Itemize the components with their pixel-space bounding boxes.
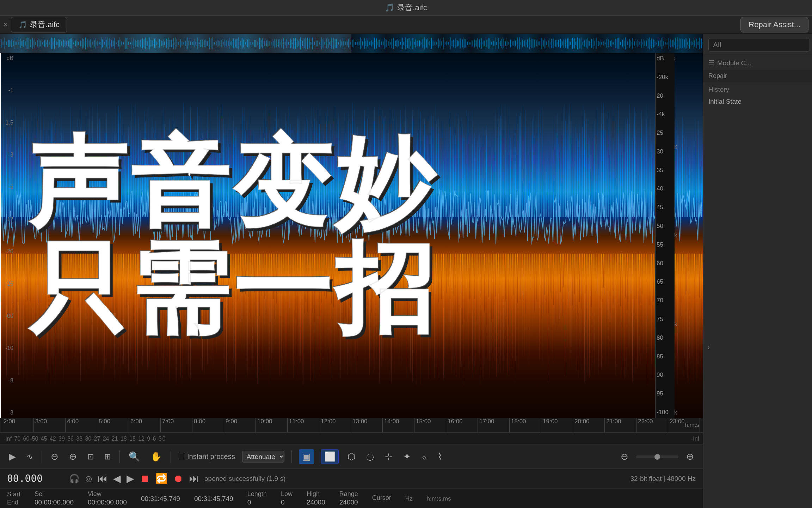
meter-val: -39: [57, 436, 65, 442]
skip-btn[interactable]: ⏭: [189, 473, 199, 484]
view-time-group: View 00:00:00.000: [88, 490, 127, 506]
module-header-text: Module C...: [717, 59, 751, 67]
meter-val: -45: [39, 436, 47, 442]
tab-close-btn[interactable]: ×: [4, 20, 8, 29]
history-title: History: [708, 86, 807, 93]
timeline-mark: 16:00: [446, 418, 478, 432]
view-end2-group: 00:31:45.749: [194, 494, 233, 503]
timeline-mark: 24:00: [700, 418, 701, 432]
time-display: 00.000: [7, 473, 63, 484]
timeline-format-label: h:m:s: [684, 422, 699, 429]
history-panel: History Initial State: [703, 82, 812, 110]
sel-info: Start End: [7, 491, 20, 506]
brush-btn[interactable]: ⬦: [420, 449, 429, 464]
timeline: 2:003:004:005:006:007:008:009:0010:0011:…: [0, 418, 703, 433]
module-search-input[interactable]: [708, 38, 810, 52]
meter-val: -12: [136, 436, 144, 442]
history-initial-state: Initial State: [708, 96, 807, 107]
zoom-fit-btn[interactable]: ⊞: [103, 450, 112, 463]
instant-process-checkbox[interactable]: [178, 454, 184, 460]
search-btn[interactable]: 🔍: [127, 449, 142, 464]
title-filename: 录音.aifc: [397, 2, 427, 13]
toolbar-separator-4: [291, 450, 292, 463]
high-label: High: [307, 490, 325, 498]
toolbar: ▶ ∿ ⊖ ⊕ ⊡ ⊞ 🔍 ✋ Instant process Attenuat…: [0, 445, 703, 468]
meter-val: 0: [162, 436, 166, 442]
low-value: 0: [281, 498, 293, 506]
zoom-out-btn[interactable]: ⊖: [49, 449, 60, 464]
view-value: 00:00:00.000: [88, 498, 127, 506]
instant-process-label: Instant process: [178, 453, 235, 461]
zoom-in-btn[interactable]: ⊕: [67, 449, 79, 464]
loop-btn[interactable]: 🔁: [155, 473, 168, 484]
waveform-overview-canvas: [0, 34, 703, 53]
format-info: 32-bit float | 48000 Hz: [630, 475, 696, 483]
play-transport-btn[interactable]: ▶: [127, 473, 134, 484]
rect-select-btn[interactable]: ⬜: [321, 449, 339, 464]
meter-val: -3: [156, 436, 161, 442]
time-select-btn[interactable]: ⬡: [346, 449, 357, 464]
stop-btn[interactable]: ⏹: [140, 473, 150, 484]
hand-btn[interactable]: ✋: [149, 449, 164, 464]
timeline-mark: 20:00: [573, 418, 604, 432]
select-all-btn[interactable]: ▣: [299, 449, 314, 464]
title-bar: 🎵 录音.aifc: [0, 0, 812, 16]
end-label: End: [7, 499, 20, 506]
meter-val: -6: [151, 436, 156, 442]
right-nav-arrow[interactable]: ›: [703, 110, 714, 508]
timeline-mark: 12:00: [319, 418, 351, 432]
waveform-canvas: [0, 53, 703, 418]
rewind-btn[interactable]: ⏮: [98, 473, 107, 484]
timeline-mark: 4:00: [65, 418, 97, 432]
timeline-mark: 11:00: [287, 418, 319, 432]
waveform-overview[interactable]: [0, 34, 703, 53]
heal-btn[interactable]: ⊹: [383, 449, 394, 464]
toolbar-separator-2: [119, 450, 120, 463]
meter-val: -33: [74, 436, 82, 442]
length-value: 0: [247, 498, 267, 506]
length-group: Length 0: [247, 490, 267, 506]
attenuate-select[interactable]: Attenuate Replace Remove: [242, 451, 284, 462]
meter-val: -24: [101, 436, 109, 442]
mono-icon: ◎: [85, 474, 92, 483]
waveform-btn[interactable]: ∿: [25, 450, 35, 463]
sel-time-group: Sel 00:00:00.000: [35, 490, 74, 506]
meter-val: -9: [145, 436, 150, 442]
select-rect-btn[interactable]: ⊡: [86, 450, 96, 463]
range-label: Range: [339, 490, 358, 498]
timeline-mark: 19:00: [541, 418, 573, 432]
toolbar-separator-3: [171, 450, 171, 463]
back-btn[interactable]: ◀: [113, 473, 121, 484]
meter-val: -30: [83, 436, 91, 442]
high-value: 24000: [307, 498, 325, 506]
zoom-out-view-btn[interactable]: ⊖: [619, 449, 630, 464]
length-label: Length: [247, 490, 267, 498]
play-btn[interactable]: ▶: [7, 449, 18, 464]
meter-val: -42: [48, 436, 56, 442]
wand-btn[interactable]: ✦: [401, 449, 413, 464]
cursor-label: Cursor: [372, 494, 391, 502]
lasso-btn[interactable]: ◌: [364, 449, 376, 464]
zoom-in-view-btn[interactable]: ⊕: [684, 449, 696, 464]
tab-item[interactable]: 🎵 录音.aifc: [11, 17, 67, 32]
timeline-mark: 5:00: [97, 418, 129, 432]
meter-right-val: -Inf: [691, 436, 699, 442]
sel-value: 00:00:00.000: [35, 498, 74, 506]
timeline-mark: 22:00: [636, 418, 668, 432]
timeline-mark: 15:00: [414, 418, 446, 432]
timeline-mark: 9:00: [224, 418, 256, 432]
toolbar-separator: [42, 450, 42, 463]
record-btn[interactable]: ⏺: [173, 473, 183, 484]
repair-assist-button[interactable]: Repair Assist...: [740, 17, 808, 32]
meter-val: -15: [128, 436, 136, 442]
timeline-mark: 10:00: [256, 418, 287, 432]
high-group: High 24000: [307, 490, 325, 506]
timeline-mark: 14:00: [382, 418, 414, 432]
main-spectrogram-view[interactable]: 声音变妙 只需一招 dB -1 -1.5 -3 -6 -12 -20 -25 -…: [0, 53, 703, 418]
timeline-mark: 18:00: [509, 418, 541, 432]
pencil-btn[interactable]: ⌇: [436, 449, 444, 464]
module-list-header: ☰ Module C...: [703, 56, 812, 70]
hms-label: h:m:s.ms: [427, 495, 451, 502]
timeline-mark: 13:00: [351, 418, 382, 432]
meter-val: -18: [119, 436, 127, 442]
